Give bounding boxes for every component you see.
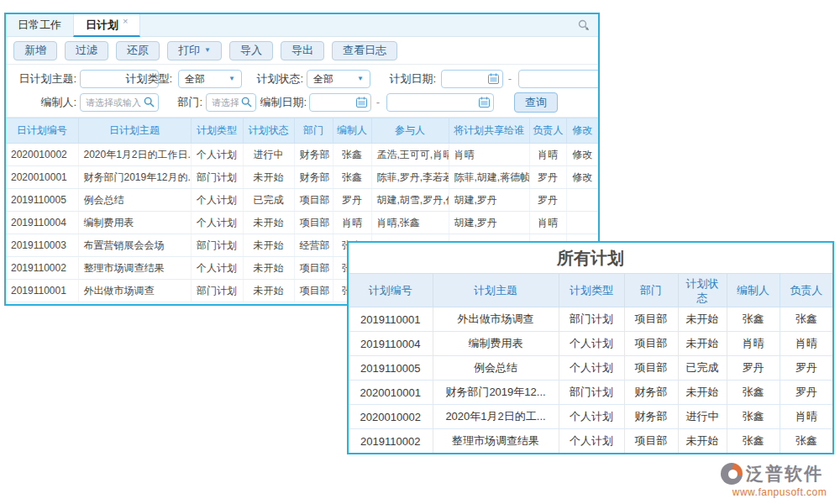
plan-id-link[interactable]: 2019110005 (6, 189, 78, 212)
col-plan-id[interactable]: 计划编号 (349, 274, 433, 307)
plan-type: 个人计划 (559, 405, 624, 429)
col-status[interactable]: 计划状态 (243, 118, 294, 144)
plan-owner-link[interactable]: 肖晴 (529, 144, 566, 166)
col-status[interactable]: 计划状态 (678, 274, 727, 307)
plan-share: 胡建,罗丹 (449, 189, 529, 212)
col-modify[interactable]: 修改 (566, 118, 598, 144)
filter-button[interactable]: 过滤 (65, 41, 108, 60)
chevron-down-icon: ▼ (204, 47, 211, 54)
query-button[interactable]: 查询 (514, 92, 558, 113)
all-plans-title: 所有计划 (349, 243, 832, 273)
plan-date-start[interactable] (441, 70, 503, 88)
plan-subject-link[interactable]: 整理市场调查结果 (78, 257, 191, 280)
tab-daily-work[interactable]: 日常工作 (6, 14, 73, 36)
export-button[interactable]: 导出 (281, 41, 324, 60)
type-label: 计划类型: (113, 70, 172, 88)
new-button[interactable]: 新增 (13, 41, 57, 60)
plan-type: 个人计划 (191, 257, 243, 280)
plan-status: 未开始 (243, 212, 294, 234)
plan-type: 部门计划 (559, 381, 624, 405)
plan-participants: 胡建,胡雪,罗丹,任晓... (371, 189, 449, 212)
plan-subject-link[interactable]: 布置营销展会会场 (78, 234, 191, 257)
plan-status: 未开始 (678, 429, 727, 454)
plan-dept: 财务部 (294, 166, 333, 189)
plan-status: 未开始 (243, 234, 294, 257)
plan-id: 2020010002 (349, 405, 433, 429)
plan-type: 个人计划 (191, 212, 243, 234)
view-log-button[interactable]: 查看日志 (332, 41, 397, 60)
col-creator[interactable]: 编制人 (727, 274, 780, 307)
plan-owner-link[interactable]: 肖晴 (529, 212, 566, 234)
magnifier-icon[interactable] (241, 97, 252, 108)
plan-creator: 张鑫 (333, 144, 371, 166)
plan-creator: 张鑫 (333, 166, 371, 189)
restore-button-label: 还原 (127, 43, 149, 58)
plan-type: 个人计划 (559, 356, 624, 381)
create-date-end[interactable] (386, 93, 494, 112)
creator-picker[interactable] (80, 93, 159, 112)
col-dept[interactable]: 部门 (294, 118, 333, 144)
modify-link[interactable]: 修改 (566, 144, 598, 166)
plan-subject-link[interactable]: 例会总结 (78, 189, 191, 212)
col-participants[interactable]: 参与人 (371, 118, 449, 144)
col-plan-id[interactable]: 日计划编号 (6, 118, 78, 144)
plan-dept: 项目部 (294, 280, 333, 302)
type-select[interactable]: 全部 ▼ (178, 70, 242, 88)
search-icon[interactable] (578, 19, 590, 31)
import-button[interactable]: 导入 (229, 41, 273, 60)
create-date-start[interactable] (309, 93, 371, 112)
table-row: 2020010001 财务部门2019年12... 部门计划 财务部 未开始 张… (349, 381, 832, 405)
col-subject[interactable]: 计划主题 (433, 274, 559, 307)
plan-id-link[interactable]: 2020010001 (6, 166, 78, 189)
close-icon[interactable]: × (123, 16, 128, 26)
table-row: 2020010002 2020年1月2日的工... 个人计划 财务部 进行中 张… (349, 405, 832, 429)
plan-subject: 整理市场调查结果 (433, 429, 559, 454)
modify-link[interactable]: 修改 (566, 166, 598, 189)
create-date-end-input[interactable] (386, 93, 494, 112)
plan-owner-link[interactable]: 罗丹 (529, 189, 566, 212)
status-select-value: 全部 (313, 72, 333, 87)
calendar-icon[interactable] (488, 73, 499, 84)
plan-id-link[interactable]: 2019110003 (6, 234, 78, 257)
col-dept[interactable]: 部门 (624, 274, 678, 307)
col-owner[interactable]: 负责人 (529, 118, 566, 144)
plan-subject-link[interactable]: 2020年1月2日的工作日... (78, 144, 191, 166)
page: 日常工作 日计划 × 新增 过滤 还原 打印▼ 导入 导出 查看日志 (0, 0, 840, 504)
plan-id-link[interactable]: 2019110001 (6, 280, 78, 302)
dept-picker[interactable] (206, 93, 256, 112)
toolbar: 新增 过滤 还原 打印▼ 导入 导出 查看日志 (6, 37, 598, 65)
plan-type: 部门计划 (191, 166, 243, 189)
calendar-icon[interactable] (356, 97, 367, 108)
plan-creator: 张鑫 (727, 429, 780, 454)
calendar-icon[interactable] (479, 97, 490, 108)
plan-subject-link[interactable]: 编制费用表 (78, 212, 191, 234)
plan-id: 2019110005 (349, 356, 433, 381)
plan-subject-link[interactable]: 外出做市场调查 (78, 280, 191, 302)
plan-creator: 肖晴 (333, 212, 371, 234)
plan-status: 已完成 (243, 189, 294, 212)
status-select[interactable]: 全部 ▼ (307, 70, 370, 88)
col-type[interactable]: 计划类型 (559, 274, 624, 307)
plan-status: 未开始 (678, 307, 727, 332)
plan-owner-link[interactable]: 罗丹 (529, 166, 566, 189)
restore-button[interactable]: 还原 (116, 41, 160, 60)
col-share[interactable]: 将计划共享给谁 (449, 118, 529, 144)
col-type[interactable]: 计划类型 (191, 118, 243, 144)
plan-id-link[interactable]: 2020010002 (6, 144, 78, 166)
tab-daily-plan[interactable]: 日计划 × (73, 14, 140, 37)
plan-dept: 项目部 (624, 332, 678, 356)
col-creator[interactable]: 编制人 (333, 118, 371, 144)
plan-subject: 编制费用表 (433, 332, 559, 356)
plan-subject: 2020年1月2日的工... (433, 405, 559, 429)
plan-status: 未开始 (243, 280, 294, 302)
plan-type: 个人计划 (559, 429, 624, 454)
plan-id-link[interactable]: 2019110002 (6, 257, 78, 280)
plan-subject-link[interactable]: 财务部门2019年12月的... (78, 166, 191, 189)
plan-date-end-input[interactable] (518, 70, 600, 88)
fanpu-logo-name: 泛普软件 (746, 462, 823, 486)
plan-id-link[interactable]: 2019110004 (6, 212, 78, 234)
col-owner[interactable]: 负责人 (780, 274, 832, 307)
dept-label: 部门: (150, 93, 202, 112)
col-subject[interactable]: 日计划主题 (78, 118, 191, 144)
print-button[interactable]: 打印▼ (167, 41, 222, 60)
